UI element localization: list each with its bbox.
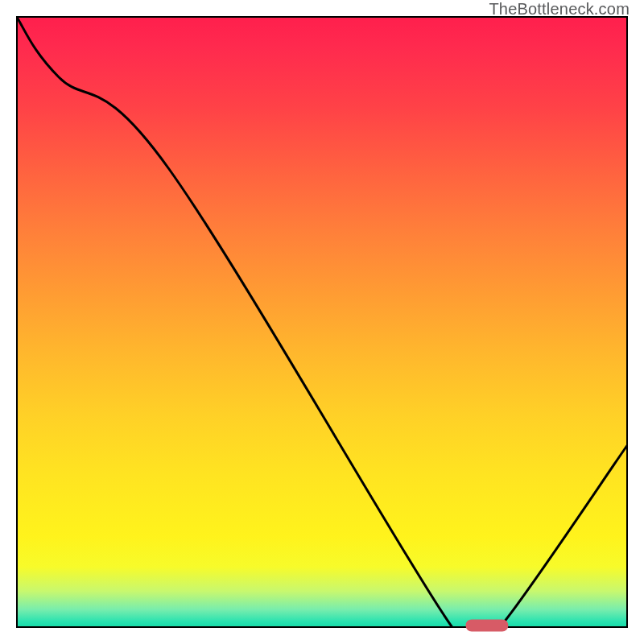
bottleneck-chart: TheBottleneck.com: [0, 0, 644, 644]
watermark-text: TheBottleneck.com: [489, 0, 630, 19]
chart-background-gradient: [16, 16, 628, 628]
optimal-marker: [466, 619, 509, 631]
